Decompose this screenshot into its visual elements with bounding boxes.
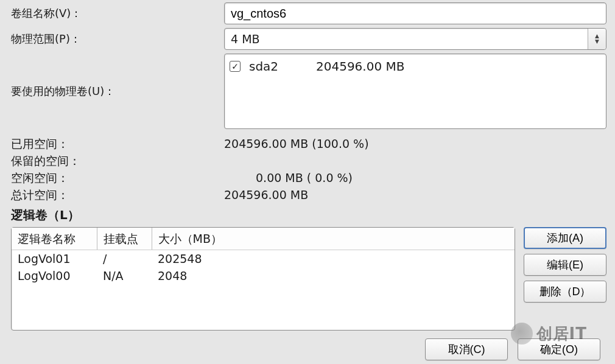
lv-header-size[interactable]: 大小（MB） bbox=[152, 228, 515, 250]
pe-size-value: 4 MB bbox=[225, 29, 588, 49]
lv-name: LogVol00 bbox=[12, 267, 97, 284]
used-space-label: 已用空间： bbox=[11, 135, 224, 152]
lv-mount: N/A bbox=[97, 267, 152, 284]
pv-checkbox[interactable]: ✓ bbox=[230, 61, 241, 72]
used-space-value: 204596.00 MB (100.0 %) bbox=[224, 135, 369, 152]
total-space-label: 总计空间： bbox=[11, 186, 224, 203]
dialog-buttons: 取消(C) 确定(O) bbox=[425, 338, 600, 360]
lv-mount: / bbox=[97, 250, 152, 268]
free-space-value: 0.00 MB ( 0.0 %) bbox=[224, 169, 353, 186]
lv-size: 202548 bbox=[152, 250, 515, 268]
pe-size-label: 物理范围(P)： bbox=[11, 32, 224, 46]
lv-table[interactable]: 逻辑卷名称 挂载点 大小（MB） LogVol01 / 202548 LogVo… bbox=[11, 227, 515, 331]
chevron-down-icon: ▼ bbox=[595, 39, 599, 44]
lv-header-row: 逻辑卷名称 挂载点 大小（MB） bbox=[12, 228, 515, 250]
pv-item[interactable]: ✓ sda2 204596.00 MB bbox=[230, 58, 601, 75]
total-space-value: 204596.00 MB bbox=[224, 186, 308, 203]
vg-name-input[interactable] bbox=[224, 2, 606, 24]
lv-row[interactable]: LogVol01 / 202548 bbox=[12, 250, 515, 268]
vg-name-label: 卷组名称(V)： bbox=[11, 6, 224, 21]
lv-row[interactable]: LogVol00 N/A 2048 bbox=[12, 267, 515, 284]
cancel-button[interactable]: 取消(C) bbox=[425, 338, 508, 360]
lv-button-stack: 添加(A) 编辑(E) 删除（D） bbox=[524, 227, 606, 303]
lv-header-mount[interactable]: 挂载点 bbox=[97, 228, 152, 250]
pv-use-label: 要使用的物理卷(U)： bbox=[11, 84, 224, 99]
pv-name: sda2 bbox=[249, 59, 308, 74]
delete-button[interactable]: 删除（D） bbox=[524, 281, 606, 303]
lv-header-name[interactable]: 逻辑卷名称 bbox=[12, 228, 97, 250]
edit-button[interactable]: 编辑(E) bbox=[524, 254, 606, 276]
pv-listbox[interactable]: ✓ sda2 204596.00 MB bbox=[224, 54, 606, 129]
add-button[interactable]: 添加(A) bbox=[524, 227, 606, 249]
lv-name: LogVol01 bbox=[12, 250, 97, 268]
lv-section-title: 逻辑卷（L） bbox=[11, 207, 606, 223]
ok-button[interactable]: 确定(O) bbox=[518, 338, 600, 360]
pv-size: 204596.00 MB bbox=[316, 59, 405, 74]
lv-size: 2048 bbox=[152, 267, 515, 284]
pe-size-spinner[interactable]: ▲ ▼ bbox=[588, 29, 606, 49]
lvm-vg-dialog: 卷组名称(V)： 物理范围(P)： 4 MB ▲ ▼ 要使用的物理卷(U)： ✓… bbox=[0, 2, 615, 364]
pe-size-select[interactable]: 4 MB ▲ ▼ bbox=[224, 28, 606, 50]
reserved-space-label: 保留的空间： bbox=[11, 152, 224, 169]
space-stats: 已用空间： 204596.00 MB (100.0 %) 保留的空间： 空闲空间… bbox=[11, 135, 606, 203]
free-space-label: 空闲空间： bbox=[11, 169, 224, 186]
